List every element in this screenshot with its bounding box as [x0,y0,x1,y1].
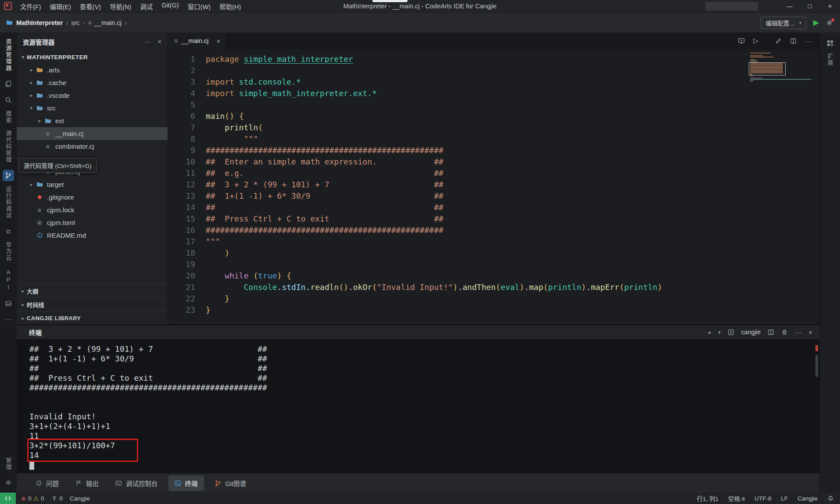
terminal-line-5 [29,393,819,402]
panel-tab-debug-console[interactable]: 调试控制台 [109,475,164,491]
split-terminal-icon[interactable] [768,329,774,336]
search-icon[interactable] [3,94,14,106]
menu-item[interactable]: 文件(F) [16,2,45,11]
file-icon: ≡ [174,37,178,44]
code-line-7: println( [206,122,662,133]
source-control-icon[interactable] [3,170,14,181]
bug-icon[interactable] [3,225,14,237]
activity-source-control[interactable]: 源代码管理 [4,130,13,165]
tree-item-MATHINTERPRETER[interactable]: ▾MATHINTERPRETER [17,51,168,64]
activity-run-debug[interactable]: 运行和调试 [4,186,13,221]
code-area[interactable]: 1234567891011121314151617181920212223 pa… [168,49,819,325]
language-status[interactable]: Cangjie [70,495,90,502]
terminal-title[interactable]: 终端 [29,328,42,337]
section-outline[interactable]: ▸大纲 [17,284,168,297]
editor-group: ≡ __main.cj × ▷ ··· [168,32,819,325]
split-editor-icon[interactable] [790,38,797,44]
activity-bar: 资源管理器 搜索 源代码管理 运行和调试 华为云 API ··· 管理 [0,32,17,493]
tree-item-README.md[interactable]: README.md [17,229,168,242]
image-icon[interactable] [3,298,14,309]
eol-setting[interactable]: LF [781,495,788,502]
activity-search[interactable]: 搜索 [4,111,13,125]
encoding[interactable]: UTF-8 [754,495,771,502]
activity-huawei-cloud-api[interactable]: 华为云 API [4,242,13,293]
new-terminal-icon[interactable]: + [708,329,711,336]
tree-item-label: .arts [47,66,60,74]
problems-status[interactable]: ⊗0 ⚠0 [21,495,44,502]
tree-item-ext[interactable]: ▸ext [17,114,168,127]
terminal-output[interactable]: ## 3 + 2 * (99 + 101) + 7 #### 1+(1 -1) … [17,339,819,473]
section-cangjie-library[interactable]: ▸CANGJIE LIBRARY [17,311,168,325]
explorer-more-icon[interactable]: ··· [144,38,150,45]
remote-indicator[interactable] [0,493,16,504]
minimize-button[interactable]: — [779,0,800,12]
terminal-scrollbar[interactable] [815,355,818,377]
breadcrumb-project[interactable]: MathInterpreter [16,19,63,26]
extensions-icon[interactable] [826,39,834,47]
tree-item-target[interactable]: ▸target [17,178,168,191]
run-button[interactable]: ▶ [813,18,819,27]
breadcrumb-folder[interactable]: src [71,19,79,26]
tab-main-cj[interactable]: ≡ __main.cj × [168,32,226,49]
tree-item-__main.cj[interactable]: ≡__main.cj [17,127,168,140]
breadcrumb-file[interactable]: ≡__main.cj [88,19,122,26]
activity-manage[interactable]: 管理 [4,458,13,472]
chevron-icon: ▸ [28,93,35,98]
files-icon[interactable] [3,78,14,89]
tab-close-icon[interactable]: × [217,37,221,45]
tree-item-cjpm.lock[interactable]: ≡cjpm.lock [17,204,168,216]
language-mode[interactable]: Cangjie [797,495,818,502]
kill-terminal-icon[interactable] [781,329,788,336]
close-button[interactable]: × [820,0,840,12]
tree-item-combinator.cj[interactable]: ≡combinator.cj [17,140,168,153]
launch-profile-icon[interactable] [728,329,734,336]
tree-item-label: .vscode [47,92,70,99]
editor-more-icon[interactable]: ··· [805,37,811,45]
tree-item-.vscode[interactable]: ▸.vscode [17,89,168,102]
code-line-22: } [206,293,662,304]
notifications-bell-icon[interactable] [827,495,834,502]
panel-tab-problems[interactable]: 问题 [29,475,65,491]
menu-item[interactable]: 调试 [136,2,157,11]
chevron-down-icon: ▾ [799,20,801,25]
gear-icon[interactable] [3,477,14,488]
tree-item-.gitignore[interactable]: .gitignore [17,191,168,204]
explorer-close-icon[interactable]: × [158,38,161,45]
tree-item-.cache[interactable]: ▸.cache [17,76,168,89]
debug-console-icon [115,480,122,486]
menu-item[interactable]: 导航(N) [106,2,135,11]
panel-tab-terminal[interactable]: 终端 [168,475,204,491]
more-icon[interactable]: ··· [3,314,14,325]
tree-item-cjpm.toml[interactable]: cjpm.toml [17,216,168,229]
cursor-position[interactable]: 行1, 列1 [697,494,718,503]
tree-item-.arts[interactable]: ▸.arts [17,64,168,76]
indentation-setting[interactable]: 空格:4 [728,494,745,503]
menu-item[interactable]: 窗口(W) [184,2,214,11]
editor-tab-bar: ≡ __main.cj × ▷ ··· [168,32,819,49]
run-file-icon[interactable]: ▷ [753,37,758,45]
ports-status[interactable]: 0 [51,495,63,502]
tree-item-src[interactable]: ▾src [17,102,168,114]
terminal-more-icon[interactable]: ··· [795,329,801,336]
maximize-button[interactable]: □ [800,0,820,12]
terminal-header: 终端 + ▾ cangjie ··· × [17,325,819,339]
terminal-close-icon[interactable]: × [808,329,812,336]
menu-item[interactable]: 帮助(H) [215,2,245,11]
menu-item[interactable]: 查看(V) [76,2,105,11]
menu-item[interactable]: Git(G) [157,2,182,11]
edit-icon[interactable] [775,38,782,44]
rightbar-extensions-label[interactable]: 扩展 [826,53,834,66]
folder-icon [35,181,44,188]
file-icon: ≡ [43,143,52,150]
panel-tab-git-graph[interactable]: Git图谱 [208,475,253,491]
code-content[interactable]: package simple_math_interpreter import s… [206,54,662,325]
edit-config-button[interactable]: 编辑配置…▾ [761,17,806,29]
run-in-panel-icon[interactable] [738,37,745,44]
minimap[interactable] [750,53,816,82]
settings-gear-icon[interactable] [826,19,833,26]
panel-tab-output[interactable]: 输出 [69,475,105,491]
menu-item[interactable]: 编辑(E) [46,2,75,11]
terminal-dropdown-icon[interactable]: ▾ [718,330,721,335]
activity-explorer[interactable]: 资源管理器 [4,39,13,73]
section-timeline[interactable]: ▸时间线 [17,297,168,311]
